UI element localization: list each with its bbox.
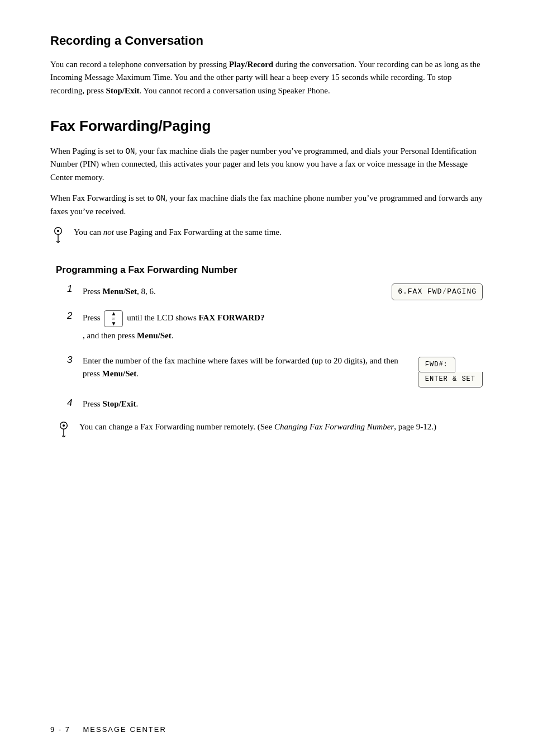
step2-post: until the LCD shows <box>127 313 198 322</box>
note2-italic: Changing Fax Forwarding Number <box>274 422 394 431</box>
step4-end: . <box>136 399 138 408</box>
step-3-number: 3 <box>67 355 83 366</box>
fax-para2-code: ON <box>156 194 165 203</box>
recording-paragraph: You can record a telephone conversation … <box>50 58 483 97</box>
step-2-text2: , and then press Menu/Set. <box>83 329 483 342</box>
fax-note-pre: You can <box>74 228 103 237</box>
step2-end: . <box>172 331 174 340</box>
step-1-row: 1 Press Menu/Set, 8, 6. 6.FAX FWD⁄PAGING <box>67 284 483 300</box>
step3-end: . <box>136 369 139 378</box>
fax-para1-code: ON <box>126 147 135 156</box>
step-1-display-row: Press Menu/Set, 8, 6. 6.FAX FWD⁄PAGING <box>83 284 483 300</box>
page: Recording a Conversation You can record … <box>0 0 533 756</box>
fax-para2: When Fax Forwarding is set to ON, your f… <box>50 192 483 218</box>
fax-note-block: You can not use Paging and Fax Forwardin… <box>50 226 483 247</box>
steps-list: 1 Press Menu/Set, 8, 6. 6.FAX FWD⁄PAGING… <box>67 284 483 410</box>
step2-bold2: Menu/Set <box>137 331 172 340</box>
fax-note-text: You can not use Paging and Fax Forwardin… <box>74 226 282 239</box>
fax-para2-pre: When Fax Forwarding is set to <box>50 193 156 202</box>
step-2-row: 2 Press ▲ or ▼ until the LCD shows FAX F… <box>67 310 483 344</box>
step-3-row: 3 Enter the number of the fax machine wh… <box>67 355 483 388</box>
note-icon-2 <box>56 422 72 437</box>
step1-post: , 8, 6. <box>137 287 156 296</box>
step3-bold: Menu/Set <box>102 369 137 378</box>
programming-section: Programming a Fax Forwarding Number 1 Pr… <box>56 264 483 441</box>
fax-title: Fax Forwarding/Paging <box>50 117 483 135</box>
step1-lcd-display: 6.FAX FWD⁄PAGING <box>392 284 483 300</box>
footer: 9 - 7 MESSAGE CENTER <box>50 725 166 734</box>
fax-para1: When Paging is set to ON, your fax machi… <box>50 145 483 184</box>
programming-note-text: You can change a Fax Forwarding number r… <box>79 420 436 433</box>
fax-para1-pre: When Paging is set to <box>50 147 126 155</box>
step2-post2: , and then press <box>83 331 137 340</box>
step3-lcd-line2: ENTER & SET <box>418 372 483 388</box>
step1-bold: Menu/Set <box>102 287 137 296</box>
step3-lcd-display: FWD#: ENTER & SET <box>418 357 483 388</box>
step-3-content: Enter the number of the fax machine wher… <box>83 355 483 388</box>
step-2-content: Press ▲ or ▼ until the LCD shows FAX FOR… <box>83 310 483 344</box>
step1-pre: Press <box>83 287 102 296</box>
step2-bold: FAX FORWARD? <box>199 313 265 322</box>
note2-post: , page 9-12.) <box>394 422 436 431</box>
step-3-text: Enter the number of the fax machine wher… <box>83 355 407 381</box>
recording-text-3: . You cannot record a conversation using… <box>140 86 330 95</box>
recording-bold-1: Play/Record <box>229 60 273 69</box>
note-icon <box>50 227 66 243</box>
step-3-display-row: Enter the number of the fax machine wher… <box>83 355 483 388</box>
step-4-row: 4 Press Stop/Exit. <box>67 398 483 410</box>
page-number: 9 - 7 <box>50 725 70 734</box>
step4-pre: Press <box>83 399 102 408</box>
step-2-text: Press ▲ or ▼ until the LCD shows FAX FOR… <box>83 310 483 327</box>
note2-pre: You can change a Fax Forwarding number r… <box>79 422 274 431</box>
recording-bold-2: Stop/Exit <box>106 86 140 95</box>
recording-section: Recording a Conversation You can record … <box>50 34 483 97</box>
fax-note-post: use Paging and Fax Forwarding at the sam… <box>114 228 282 237</box>
step3-lcd-line1: FWD#: <box>418 357 455 373</box>
step-1-text: Press Menu/Set, 8, 6. <box>83 285 375 298</box>
footer-label: MESSAGE CENTER <box>83 725 166 734</box>
step2-pre: Press <box>83 313 102 322</box>
step4-bold: Stop/Exit <box>102 399 136 408</box>
recording-title: Recording a Conversation <box>50 34 483 48</box>
svg-point-1 <box>57 230 59 232</box>
fax-section: Fax Forwarding/Paging When Paging is set… <box>50 117 483 247</box>
fax-note-italic: not <box>103 228 114 237</box>
svg-point-6 <box>63 424 65 427</box>
recording-text-1: You can record a telephone conversation … <box>50 60 229 69</box>
or-arrows-icon: ▲ or ▼ <box>104 310 123 327</box>
step-3-lcd: FWD#: ENTER & SET <box>418 357 483 388</box>
programming-title: Programming a Fax Forwarding Number <box>56 264 483 276</box>
step-1-content: Press Menu/Set, 8, 6. 6.FAX FWD⁄PAGING <box>83 284 483 300</box>
step-2-number: 2 <box>67 310 83 322</box>
programming-note-block: You can change a Fax Forwarding number r… <box>56 420 483 441</box>
step-1-lcd: 6.FAX FWD⁄PAGING <box>392 284 483 300</box>
step-1-number: 1 <box>67 284 83 295</box>
step-4-content: Press Stop/Exit. <box>83 398 483 410</box>
step-4-number: 4 <box>67 398 83 409</box>
